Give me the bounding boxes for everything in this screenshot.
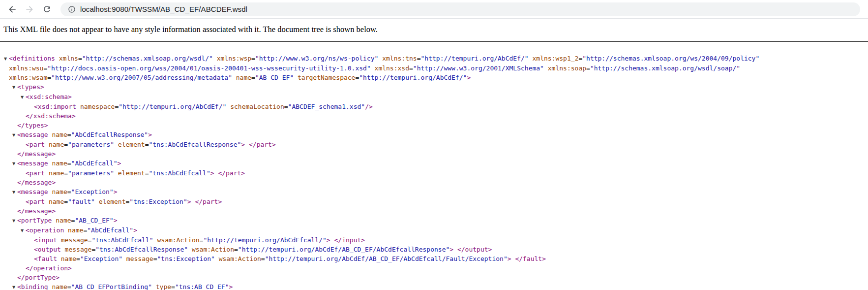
forward-arrow-icon [25, 4, 34, 14]
xml-token-val: "http://tempuri.org/AbCdEf/AB_CD_EF/AbCd… [238, 246, 449, 253]
collapse-arrow-icon[interactable]: ▼ [21, 93, 26, 102]
collapse-arrow-icon[interactable]: ▼ [12, 83, 17, 92]
xml-token-val: "http://schemas.xmlsoap.org/wsdl/" [82, 55, 213, 62]
xml-token-val: "http://www.w3.org/2001/XMLSchema" [413, 64, 544, 72]
collapse-arrow-icon[interactable]: ▼ [12, 216, 17, 226]
collapse-arrow-icon[interactable]: ▼ [12, 159, 17, 168]
xml-token-attr: xmlns:wsp [213, 55, 251, 62]
xml-token-tag: <xsd:schema> [26, 93, 72, 100]
xml-token-eq: = [586, 64, 590, 72]
xml-token-plain [330, 236, 334, 244]
xml-token-tag: <portType [17, 217, 52, 224]
xml-token-eq: = [78, 55, 82, 62]
xml-token-val: "tns:AbCdEfcallResponse" [95, 246, 188, 253]
collapse-arrow-icon[interactable]: ▼ [4, 54, 9, 64]
xml-tree: ▼<definitions xmlns="http://schemas.xmls… [0, 42, 868, 290]
reload-button[interactable] [39, 2, 54, 17]
reload-icon [42, 4, 52, 14]
xml-line: </operation> [0, 263, 868, 273]
xml-token-tag: > [241, 141, 245, 148]
xml-token-val: "http://docs.oasis-open.org/wss/2004/01/… [47, 64, 370, 72]
collapse-arrow-icon[interactable]: ▼ [12, 188, 17, 197]
forward-button[interactable] [22, 2, 37, 17]
xml-token-val: "ABCDEF_schema1.xsd" [288, 103, 365, 110]
back-button[interactable] [5, 2, 20, 17]
xml-line: ▼<definitions xmlns="http://schemas.xmls… [0, 54, 868, 64]
xml-line: ▼<binding name="AB_CD_EFPortBinding" typ… [0, 282, 868, 290]
xml-token-attr: element [114, 169, 145, 177]
xml-token-tag: <operation [26, 226, 64, 234]
xml-token-tag: <input [34, 236, 57, 244]
xml-token-attr: name [48, 131, 67, 138]
xml-line: </xsd:schema> [0, 111, 868, 121]
xml-token-tag: <part [26, 198, 45, 205]
xml-token-attr: xmlns:tns [378, 55, 417, 62]
browser-toolbar: localhost:9080/TWSSM/AB_CD_EF/ABCDEF.wsd… [0, 0, 868, 19]
xml-token-tag: <types> [17, 83, 44, 91]
xml-token-tag: </portType> [17, 274, 60, 281]
collapse-arrow-icon[interactable]: ▼ [12, 130, 17, 140]
xml-token-tag: > [114, 188, 118, 195]
xml-token-tag: </message> [17, 179, 56, 186]
xml-token-eq: = [171, 283, 175, 290]
xml-line: ▼<message name="AbCdEfcall"> [0, 159, 868, 168]
xml-token-tag: > [508, 255, 511, 262]
xml-token-attr: wsam:Action [153, 236, 200, 244]
xml-line: ▼<xsd:schema> [0, 92, 868, 102]
xml-token-tag: <definitions [9, 55, 55, 62]
xml-line: <xsd:import namespace="http://tempuri.or… [0, 102, 868, 111]
xml-token-attr: xmlns:wsu [9, 64, 43, 72]
xml-token-tag: <output [34, 246, 61, 253]
xml-token-eq: = [64, 141, 68, 148]
xml-token-val: "AbCdEfcallResponse" [71, 131, 149, 138]
xml-token-attr: name [45, 169, 64, 177]
xml-token-eq: = [234, 246, 238, 253]
xml-token-attr: name [48, 283, 67, 290]
collapse-arrow-icon[interactable]: ▼ [12, 283, 17, 290]
xml-token-val: "tns:AB_CD_EF" [175, 283, 229, 290]
xml-token-eq: = [261, 255, 265, 262]
xml-token-tag: > [467, 74, 471, 81]
xml-token-val: "Exception" [71, 188, 114, 195]
xml-token-val: "http://www.w3.org/2007/05/addressing/me… [51, 74, 232, 81]
xml-line: <fault name="Exception" message="tns:Exc… [0, 254, 868, 263]
xml-token-plain [245, 141, 249, 148]
xml-token-eq: = [67, 283, 71, 290]
xml-token-attr: name [48, 188, 67, 195]
xml-token-tag: </message> [17, 150, 56, 158]
collapse-arrow-icon[interactable]: ▼ [21, 226, 26, 235]
xml-token-tag: > [229, 283, 233, 290]
xml-token-tag: > [210, 169, 214, 177]
xml-token-attr: xmlns:xsd [371, 64, 409, 72]
xml-token-attr: wsam:Action [215, 255, 261, 262]
xml-token-val: "http://tempuri.org/AbCdEf/AB_CD_EF/AbCd… [265, 255, 508, 262]
xml-token-tag: </xsd:schema> [26, 112, 76, 120]
xml-line: ▼<message name="Exception"> [0, 187, 868, 197]
xml-token-tag: <message [17, 131, 48, 138]
xml-token-attr: wsam:Action [188, 246, 234, 253]
xml-token-val: "http://www.w3.org/ns/ws-policy" [255, 55, 378, 62]
url-text[interactable]: localhost:9080/TWSSM/AB_CD_EF/ABCDEF.wsd… [80, 5, 247, 13]
xml-token-attr: type [152, 283, 171, 290]
xml-token-attr: name [57, 255, 76, 262]
xml-token-tag: </input> [334, 236, 365, 244]
xml-token-tag: > [327, 236, 330, 244]
xml-token-val: "tns:AbCdEfcall" [91, 236, 153, 244]
xml-token-attr: schemaLocation [226, 103, 284, 110]
xml-token-attr: name [232, 74, 251, 81]
xml-token-val: "http://tempuri.org/AbCdEf/" [119, 103, 226, 110]
address-bar[interactable]: localhost:9080/TWSSM/AB_CD_EF/ABCDEF.wsd… [60, 2, 860, 16]
xml-token-eq: = [284, 103, 288, 110]
xml-line: ▼<types> [0, 82, 868, 92]
xml-token-tag: </fault> [515, 255, 546, 262]
site-info-button[interactable] [66, 4, 77, 15]
xml-line: </message> [0, 178, 868, 187]
xml-token-val: "parameters" [68, 141, 114, 148]
xml-token-attr: name [48, 160, 67, 167]
xml-line: <part name="parameters" element="tns:AbC… [0, 140, 868, 149]
xml-line: </message> [0, 149, 868, 159]
xml-token-eq: = [251, 55, 255, 62]
xml-token-val: "parameters" [68, 169, 114, 177]
xml-token-tag: <part [26, 141, 45, 148]
xml-token-tag: <message [17, 160, 48, 167]
